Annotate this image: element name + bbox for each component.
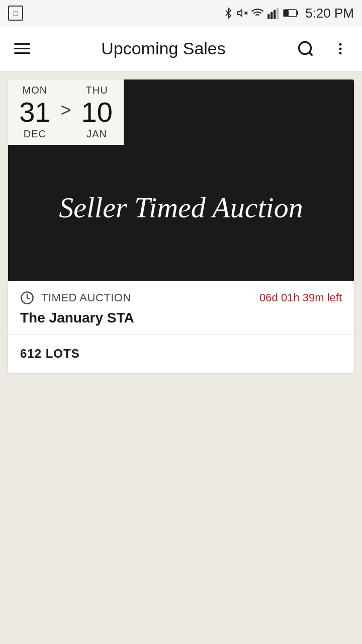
battery-icon [283,8,299,19]
end-day-name: THU [86,85,108,96]
svg-rect-10 [297,11,298,15]
date-arrow: > [60,100,71,125]
end-month: JAN [86,128,107,140]
svg-rect-6 [274,10,276,19]
end-date: THU 10 JAN [73,79,121,146]
status-bar-left: □ [8,6,23,21]
device-icon: □ [8,6,23,21]
status-time: 5:20 PM [305,6,354,21]
svg-point-13 [339,43,342,45]
svg-rect-7 [277,8,279,19]
auction-card[interactable]: MON 31 DEC > THU 10 JAN Seller Timed Auc… [8,79,354,373]
page-title: Upcoming Sales [101,39,226,58]
svg-rect-4 [267,14,269,19]
svg-point-15 [339,52,342,54]
start-month: DEC [24,128,46,140]
svg-marker-0 [238,10,242,17]
clock-icon [20,291,34,305]
auction-lots: 612 LOTS [8,335,354,373]
start-day-name: MON [23,85,48,96]
search-icon [297,40,315,58]
wifi-icon [251,6,264,20]
more-options-button[interactable] [331,38,350,60]
svg-rect-5 [270,12,273,19]
main-content: MON 31 DEC > THU 10 JAN Seller Timed Auc… [0,71,362,381]
svg-point-11 [299,42,311,54]
start-day-number: 31 [19,98,50,126]
more-vertical-icon [333,40,348,58]
app-bar-icons [295,38,350,60]
svg-rect-9 [284,10,289,16]
status-bar: □ [0,0,362,26]
search-button[interactable] [295,38,317,60]
status-bar-right: 5:20 PM [223,6,354,21]
auction-type-label: TIMED AUCTION [41,291,131,304]
svg-line-12 [309,52,313,55]
auction-info: TIMED AUCTION 06d 01h 39m left The Janua… [8,281,354,335]
lots-count: 612 LOTS [20,347,80,360]
auction-hero-title: Seller Timed Auction [59,190,303,225]
bluetooth-icon [223,6,234,20]
auction-name: The January STA [20,310,342,326]
signal-icon [267,6,280,20]
status-icons [223,6,299,20]
svg-point-14 [339,47,342,50]
auction-image: MON 31 DEC > THU 10 JAN Seller Timed Auc… [8,79,354,281]
date-badge: MON 31 DEC > THU 10 JAN [8,79,124,145]
time-left: 06d 01h 39m left [259,291,342,304]
menu-button[interactable] [12,41,32,56]
app-bar: Upcoming Sales [0,26,362,71]
hamburger-icon [14,43,30,54]
mute-icon [237,6,248,20]
auction-type-left: TIMED AUCTION [20,291,131,305]
auction-type-row: TIMED AUCTION 06d 01h 39m left [20,291,342,305]
end-day-number: 10 [81,98,113,126]
start-date: MON 31 DEC [11,79,58,146]
